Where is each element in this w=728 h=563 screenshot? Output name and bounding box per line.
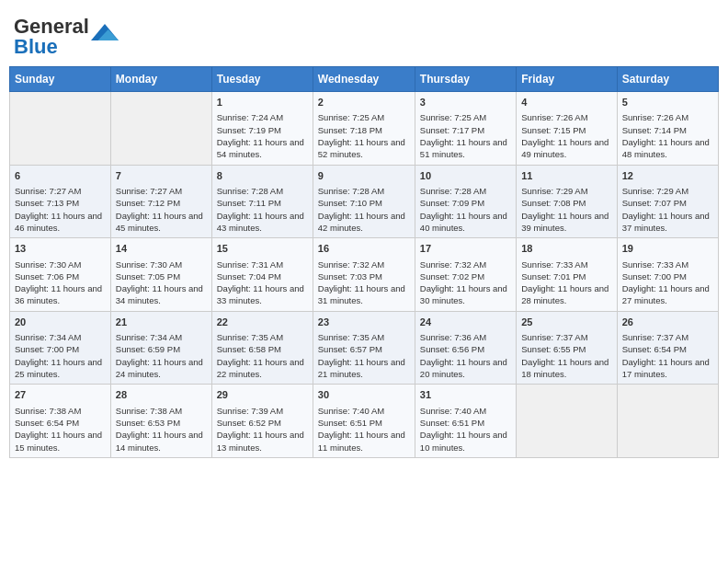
sunrise-text: Sunrise: 7:30 AM — [116, 259, 182, 270]
calendar-cell: 11Sunrise: 7:29 AMSunset: 7:08 PMDayligh… — [517, 165, 617, 238]
week-row-3: 13Sunrise: 7:30 AMSunset: 7:06 PMDayligh… — [10, 238, 719, 312]
daylight-text: Daylight: 11 hours and 22 minutes. — [217, 357, 304, 379]
sunrise-text: Sunrise: 7:35 AM — [217, 332, 283, 342]
sunset-text: Sunset: 6:53 PM — [116, 418, 180, 428]
sunrise-text: Sunrise: 7:38 AM — [116, 406, 182, 416]
page-header: GeneralBlue — [9, 9, 719, 57]
calendar-cell: 9Sunrise: 7:28 AMSunset: 7:10 PMDaylight… — [313, 165, 415, 238]
weekday-header-friday: Friday — [517, 67, 617, 92]
sunrise-text: Sunrise: 7:33 AM — [521, 259, 587, 270]
sunrise-text: Sunrise: 7:29 AM — [521, 186, 587, 196]
daylight-text: Daylight: 11 hours and 40 minutes. — [420, 211, 507, 233]
calendar-table: SundayMondayTuesdayWednesdayThursdayFrid… — [9, 66, 719, 458]
day-number: 3 — [420, 96, 511, 109]
sunset-text: Sunset: 7:15 PM — [521, 125, 586, 135]
sunset-text: Sunset: 7:06 PM — [15, 271, 79, 282]
sunrise-text: Sunrise: 7:30 AM — [15, 259, 81, 270]
calendar-cell: 25Sunrise: 7:37 AMSunset: 6:55 PMDayligh… — [517, 311, 617, 385]
calendar-cell: 31Sunrise: 7:40 AMSunset: 6:51 PMDayligh… — [415, 385, 516, 458]
daylight-text: Daylight: 11 hours and 18 minutes. — [521, 357, 609, 379]
calendar-cell — [617, 385, 718, 458]
daylight-text: Daylight: 11 hours and 33 minutes. — [217, 283, 304, 305]
day-number: 28 — [116, 388, 207, 402]
daylight-text: Daylight: 11 hours and 51 minutes. — [420, 137, 507, 159]
daylight-text: Daylight: 11 hours and 37 minutes. — [622, 211, 710, 233]
sunrise-text: Sunrise: 7:29 AM — [622, 186, 688, 196]
day-number: 6 — [15, 169, 106, 183]
sunrise-text: Sunrise: 7:34 AM — [116, 332, 182, 342]
day-number: 19 — [622, 242, 713, 256]
sunrise-text: Sunrise: 7:39 AM — [217, 406, 283, 416]
calendar-cell: 2Sunrise: 7:25 AMSunset: 7:18 PMDaylight… — [313, 92, 415, 166]
daylight-text: Daylight: 11 hours and 49 minutes. — [521, 137, 609, 159]
sunset-text: Sunset: 7:07 PM — [622, 198, 687, 208]
daylight-text: Daylight: 11 hours and 45 minutes. — [116, 211, 203, 233]
sunset-text: Sunset: 7:08 PM — [521, 198, 586, 208]
calendar-cell: 3Sunrise: 7:25 AMSunset: 7:17 PMDaylight… — [415, 92, 516, 166]
calendar-cell: 19Sunrise: 7:33 AMSunset: 7:00 PMDayligh… — [617, 238, 718, 312]
day-number: 18 — [521, 242, 611, 256]
sunset-text: Sunset: 7:18 PM — [318, 125, 382, 135]
weekday-header-row: SundayMondayTuesdayWednesdayThursdayFrid… — [10, 67, 719, 92]
day-number: 27 — [15, 388, 106, 402]
sunrise-text: Sunrise: 7:28 AM — [217, 186, 283, 196]
day-number: 31 — [420, 388, 511, 402]
daylight-text: Daylight: 11 hours and 42 minutes. — [318, 211, 405, 233]
sunset-text: Sunset: 7:17 PM — [420, 125, 484, 135]
day-number: 7 — [116, 169, 207, 183]
daylight-text: Daylight: 11 hours and 10 minutes. — [420, 430, 507, 452]
calendar-cell — [110, 92, 211, 166]
sunrise-text: Sunrise: 7:37 AM — [622, 332, 688, 342]
daylight-text: Daylight: 11 hours and 48 minutes. — [622, 137, 710, 159]
sunset-text: Sunset: 6:59 PM — [116, 344, 180, 354]
sunset-text: Sunset: 7:00 PM — [622, 271, 687, 282]
day-number: 20 — [15, 316, 106, 329]
day-number: 9 — [318, 169, 410, 183]
sunset-text: Sunset: 7:02 PM — [420, 271, 484, 282]
daylight-text: Daylight: 11 hours and 27 minutes. — [622, 283, 710, 305]
sunset-text: Sunset: 7:11 PM — [217, 198, 281, 208]
sunset-text: Sunset: 7:04 PM — [217, 271, 281, 282]
day-number: 21 — [116, 316, 207, 329]
daylight-text: Daylight: 11 hours and 30 minutes. — [420, 283, 507, 305]
day-number: 1 — [217, 96, 308, 109]
sunrise-text: Sunrise: 7:37 AM — [521, 332, 587, 342]
day-number: 4 — [521, 96, 611, 109]
day-number: 5 — [622, 96, 713, 109]
daylight-text: Daylight: 11 hours and 34 minutes. — [116, 283, 203, 305]
calendar-cell: 28Sunrise: 7:38 AMSunset: 6:53 PMDayligh… — [110, 385, 211, 458]
weekday-header-saturday: Saturday — [617, 67, 718, 92]
day-number: 25 — [521, 316, 611, 329]
calendar-cell: 17Sunrise: 7:32 AMSunset: 7:02 PMDayligh… — [415, 238, 516, 312]
calendar-cell: 26Sunrise: 7:37 AMSunset: 6:54 PMDayligh… — [617, 311, 718, 385]
calendar-cell: 8Sunrise: 7:28 AMSunset: 7:11 PMDaylight… — [211, 165, 313, 238]
sunrise-text: Sunrise: 7:40 AM — [318, 406, 384, 416]
sunrise-text: Sunrise: 7:32 AM — [318, 259, 384, 270]
sunset-text: Sunset: 6:52 PM — [217, 418, 281, 428]
daylight-text: Daylight: 11 hours and 46 minutes. — [15, 211, 102, 233]
weekday-header-monday: Monday — [110, 67, 211, 92]
calendar-cell: 5Sunrise: 7:26 AMSunset: 7:14 PMDaylight… — [617, 92, 718, 166]
sunrise-text: Sunrise: 7:38 AM — [15, 406, 81, 416]
week-row-1: 1Sunrise: 7:24 AMSunset: 7:19 PMDaylight… — [10, 92, 719, 166]
sunset-text: Sunset: 7:14 PM — [622, 125, 687, 135]
sunset-text: Sunset: 7:13 PM — [15, 198, 79, 208]
sunrise-text: Sunrise: 7:36 AM — [420, 332, 486, 342]
calendar-cell: 7Sunrise: 7:27 AMSunset: 7:12 PMDaylight… — [110, 165, 211, 238]
sunrise-text: Sunrise: 7:33 AM — [622, 259, 688, 270]
calendar-cell: 23Sunrise: 7:35 AMSunset: 6:57 PMDayligh… — [313, 311, 415, 385]
daylight-text: Daylight: 11 hours and 52 minutes. — [318, 137, 405, 159]
day-number: 16 — [318, 242, 410, 256]
daylight-text: Daylight: 11 hours and 39 minutes. — [521, 211, 609, 233]
calendar-cell: 12Sunrise: 7:29 AMSunset: 7:07 PMDayligh… — [617, 165, 718, 238]
day-number: 24 — [420, 316, 511, 329]
daylight-text: Daylight: 11 hours and 11 minutes. — [318, 430, 405, 452]
sunrise-text: Sunrise: 7:35 AM — [318, 332, 384, 342]
sunset-text: Sunset: 6:54 PM — [15, 418, 79, 428]
sunrise-text: Sunrise: 7:34 AM — [15, 332, 81, 342]
calendar-cell: 18Sunrise: 7:33 AMSunset: 7:01 PMDayligh… — [517, 238, 617, 312]
sunset-text: Sunset: 6:51 PM — [420, 418, 484, 428]
daylight-text: Daylight: 11 hours and 21 minutes. — [318, 357, 405, 379]
sunset-text: Sunset: 6:51 PM — [318, 418, 382, 428]
weekday-header-tuesday: Tuesday — [211, 67, 313, 92]
